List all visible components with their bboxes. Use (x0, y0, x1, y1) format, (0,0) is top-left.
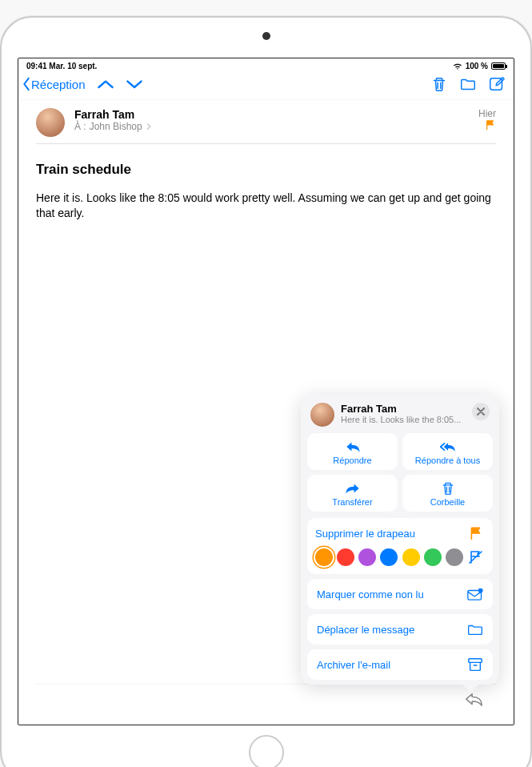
flag-color-option[interactable] (337, 548, 354, 566)
archive-label: Archiver l'e-mail (317, 659, 390, 671)
folder-icon (467, 622, 483, 636)
battery-icon (491, 62, 506, 70)
svg-point-2 (478, 588, 483, 592)
prev-message-button[interactable] (97, 75, 114, 93)
status-date: Mar. 10 sept. (49, 62, 97, 70)
battery-percent: 100 % (466, 62, 488, 70)
popup-sender-avatar (310, 403, 334, 427)
reply-all-icon (440, 440, 456, 454)
popup-message-preview: Here it is. Looks like the 8:05... (341, 415, 466, 424)
reply-all-button[interactable]: Répondre à tous (402, 433, 493, 470)
flag-color-option[interactable] (315, 548, 333, 566)
trash-button[interactable]: Corbeille (402, 475, 493, 512)
remove-flag-label: Supprimer le drapeau (315, 528, 415, 540)
message-body: Here it is. Looks like the 8:05 would wo… (36, 191, 496, 221)
status-right: 100 % (453, 62, 506, 70)
archive-box-icon (467, 657, 483, 672)
compose-button[interactable] (488, 75, 506, 93)
message-date: Hier (478, 108, 496, 119)
front-camera (262, 32, 270, 40)
archive-button[interactable]: Archiver l'e-mail (307, 649, 493, 680)
forward-icon (345, 481, 361, 496)
sender-name[interactable]: Farrah Tam (74, 108, 469, 121)
trash-icon (440, 481, 456, 496)
flag-color-option[interactable] (402, 548, 420, 566)
mark-unread-label: Marquer comme non lu (317, 588, 424, 600)
popup-close-button[interactable] (472, 403, 490, 420)
recipient-prefix: À : (74, 121, 86, 132)
flag-color-option[interactable] (358, 548, 376, 566)
forward-label: Transférer (332, 497, 372, 507)
reply-button[interactable]: Répondre (307, 433, 398, 470)
recipient-line[interactable]: À : John Bishop (74, 121, 469, 132)
close-icon (477, 408, 485, 416)
recipient-name: John Bishop (90, 121, 142, 132)
sender-avatar[interactable] (36, 108, 65, 137)
move-message-button[interactable]: Déplacer le message (307, 614, 493, 645)
next-message-button[interactable] (126, 75, 143, 93)
forward-button[interactable]: Transférer (307, 475, 398, 512)
flag-color-option[interactable] (380, 548, 398, 566)
envelope-badge-icon (467, 587, 483, 601)
reply-label: Répondre (333, 456, 371, 465)
reply-toolbar-button[interactable] (464, 691, 483, 709)
reply-icon (345, 440, 361, 454)
back-button[interactable]: Réception (22, 77, 86, 91)
remove-flag-button[interactable]: Supprimer le drapeau (315, 526, 485, 540)
chevron-right-icon (146, 122, 152, 131)
clear-flag-button[interactable] (467, 548, 485, 566)
flag-icon (469, 526, 485, 540)
move-button[interactable] (459, 75, 477, 93)
message-subject: Train schedule (36, 162, 496, 178)
status-time: 09:41 (26, 62, 47, 70)
flag-color-option[interactable] (446, 548, 463, 566)
message-header: Farrah Tam À : John Bishop Hier (36, 108, 496, 144)
svg-rect-3 (469, 659, 482, 663)
popup-sender-name: Farrah Tam (341, 403, 466, 415)
flag-color-picker (315, 548, 485, 566)
flag-color-option[interactable] (424, 548, 442, 566)
mailbox-name: Réception (31, 78, 86, 91)
message-flag-indicator (478, 119, 496, 133)
reply-actions-popup: Farrah Tam Here it is. Looks like the 8:… (301, 395, 499, 685)
mail-toolbar: Réception (18, 70, 514, 100)
status-left: 09:41 Mar. 10 sept. (26, 62, 97, 70)
reply-arrow-icon (464, 691, 483, 707)
mark-unread-button[interactable]: Marquer comme non lu (307, 579, 493, 609)
move-message-label: Déplacer le message (317, 624, 414, 636)
delete-button[interactable] (430, 75, 448, 93)
status-bar: 09:41 Mar. 10 sept. 100 % (18, 58, 514, 70)
wifi-icon (453, 62, 462, 70)
reply-all-label: Répondre à tous (415, 456, 480, 465)
trash-label: Corbeille (430, 497, 465, 507)
chevron-left-icon (22, 77, 31, 91)
home-button[interactable] (249, 735, 284, 767)
compose-icon (488, 75, 506, 93)
folder-icon (459, 75, 477, 93)
flag-slash-icon (468, 549, 484, 565)
trash-icon (430, 75, 448, 93)
flag-icon (485, 119, 496, 131)
flag-row: Supprimer le drapeau (307, 518, 493, 574)
